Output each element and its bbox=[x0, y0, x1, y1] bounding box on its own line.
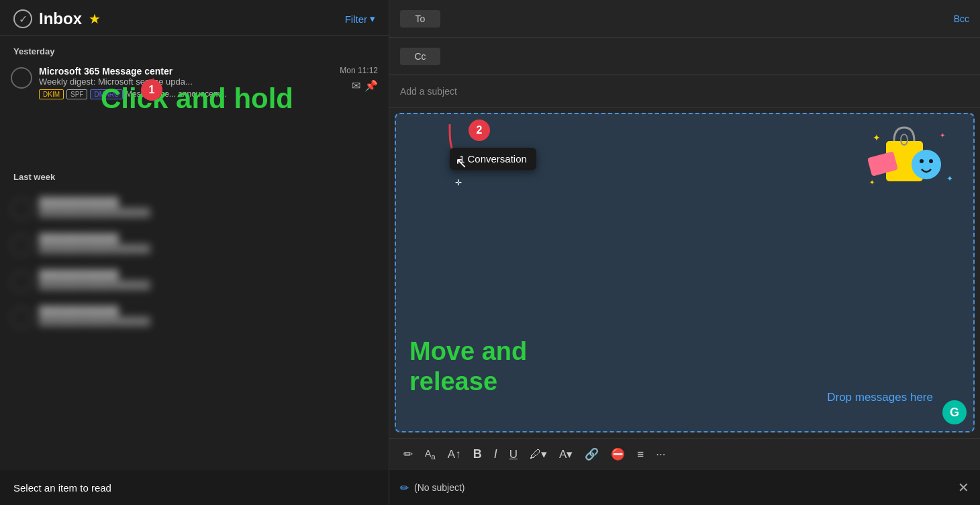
check-circle-icon[interactable]: ✓ bbox=[13, 9, 32, 28]
step-1-badge: 1 bbox=[141, 79, 162, 101]
inbox-title-row: ✓ Inbox ★ bbox=[13, 9, 101, 28]
move-release-text: Move and release bbox=[409, 336, 527, 398]
blurred-sender-3: ████████████ bbox=[39, 269, 378, 280]
tag-spf: SPF bbox=[66, 89, 87, 99]
blurred-email-1: ████████████ ██████████████████ bbox=[0, 190, 389, 226]
bold-btn[interactable]: B bbox=[470, 445, 485, 463]
email-content: ████████████ ██████████████████ bbox=[39, 197, 378, 218]
subject-placeholder: Add a subject bbox=[400, 86, 457, 97]
blurred-sender-4: ████████████ bbox=[39, 306, 378, 316]
strikethrough-btn[interactable]: ⛔ bbox=[607, 445, 628, 463]
blurred-subject-4: ██████████████████ bbox=[39, 316, 378, 326]
svg-text:✦: ✦ bbox=[946, 174, 953, 183]
svg-text:✦: ✦ bbox=[873, 132, 881, 143]
formatting-toolbar: ✏ Aa A↑ B I U 🖊▾ A▾ 🔗 ⛔ ≡ ··· bbox=[389, 438, 980, 470]
more-format-btn[interactable]: ··· bbox=[652, 446, 669, 463]
cc-button[interactable]: Cc bbox=[400, 48, 440, 65]
filter-button[interactable]: Filter ▾ bbox=[345, 13, 375, 25]
email-icon-envelope[interactable]: ✉ bbox=[352, 79, 360, 92]
section-yesterday: Yesterday bbox=[0, 41, 389, 59]
close-compose-button[interactable]: ✕ bbox=[958, 479, 969, 496]
email-time: Mon 11:12 bbox=[340, 66, 378, 75]
email-sender: Microsoft 365 Message center bbox=[39, 66, 324, 77]
to-button[interactable]: To bbox=[400, 10, 440, 28]
highlight-btn[interactable]: 🖊▾ bbox=[526, 445, 550, 463]
svg-text:✦: ✦ bbox=[940, 132, 945, 139]
font-size-small-btn[interactable]: Aa bbox=[422, 446, 439, 463]
status-bar: Select an item to read bbox=[0, 470, 389, 505]
avatar bbox=[11, 198, 32, 220]
font-color-btn[interactable]: A▾ bbox=[556, 445, 576, 463]
tag-dkim: DKIM bbox=[39, 89, 64, 99]
blurred-sender-2: ████████████ bbox=[39, 233, 378, 244]
drop-zone[interactable]: 2 ↖✛ 1 Conversation bbox=[395, 113, 975, 432]
star-icon[interactable]: ★ bbox=[89, 11, 101, 27]
cc-field: Cc bbox=[389, 38, 980, 75]
tag-dmarc: DMARC bbox=[90, 89, 123, 99]
list-btn[interactable]: ≡ bbox=[634, 446, 647, 463]
compose-status-inner: ✏ (No subject) bbox=[400, 481, 464, 494]
font-size-large-btn[interactable]: A↑ bbox=[444, 446, 464, 463]
email-content: ████████████ ██████████████████ bbox=[39, 269, 378, 290]
to-input[interactable] bbox=[440, 8, 954, 30]
svg-text:✦: ✦ bbox=[869, 179, 875, 186]
left-panel: ✓ Inbox ★ Filter ▾ Yesterday Microsoft 3… bbox=[0, 0, 389, 505]
to-field: To Bcc bbox=[389, 0, 980, 38]
email-meta: Mon 11:12 ✉ 📌 bbox=[331, 66, 378, 92]
step-2-badge: 2 bbox=[469, 120, 490, 141]
email-content: ████████████ ██████████████████ bbox=[39, 233, 378, 254]
compose-status-bar: ✏ (No subject) ✕ bbox=[389, 470, 980, 505]
email-item[interactable]: Microsoft 365 Message center Weekly dige… bbox=[0, 59, 389, 113]
conversation-tooltip: 1 Conversation bbox=[450, 148, 536, 170]
blurred-subject-3: ██████████████████ bbox=[39, 280, 378, 290]
drop-messages-text: Drop messages here bbox=[827, 391, 933, 404]
blurred-email-3: ████████████ ██████████████████ bbox=[0, 263, 389, 299]
sticker-illustration: ✦ ✦ ✦ ✦ bbox=[866, 121, 953, 200]
avatar bbox=[11, 234, 32, 256]
blurred-subject-2: ██████████████████ bbox=[39, 244, 378, 254]
no-subject-text: (No subject) bbox=[414, 482, 464, 493]
email-subject: Weekly digest: Microsoft service upda... bbox=[39, 77, 324, 87]
right-panel: To Bcc Cc Add a subject 2 bbox=[389, 0, 980, 505]
avatar bbox=[11, 67, 32, 89]
svg-point-3 bbox=[912, 150, 941, 179]
email-list: Yesterday Microsoft 365 Message center W… bbox=[0, 36, 389, 505]
g-avatar: G bbox=[942, 400, 967, 424]
email-icon-pin[interactable]: 📌 bbox=[364, 79, 378, 92]
avatar bbox=[11, 271, 32, 292]
italic-btn[interactable]: I bbox=[491, 445, 501, 463]
blurred-subject-1: ██████████████████ bbox=[39, 208, 378, 218]
email-icons: ✉ 📌 bbox=[352, 79, 378, 92]
blurred-email-4: ████████████ ██████████████████ bbox=[0, 299, 389, 335]
subject-field: Add a subject bbox=[389, 75, 980, 107]
pencil-icon: ✏ bbox=[400, 481, 409, 494]
inbox-title: Inbox bbox=[39, 9, 82, 28]
compose-area: To Bcc Cc Add a subject 2 bbox=[389, 0, 980, 505]
blurred-email-2: ████████████ ██████████████████ bbox=[0, 226, 389, 263]
bcc-button[interactable]: Bcc bbox=[954, 13, 969, 24]
email-content: Microsoft 365 Message center Weekly dige… bbox=[39, 66, 324, 99]
avatar bbox=[11, 307, 32, 328]
svg-point-5 bbox=[929, 159, 933, 163]
email-content: ████████████ ██████████████████ bbox=[39, 306, 378, 326]
cc-input[interactable] bbox=[440, 46, 969, 67]
inbox-header: ✓ Inbox ★ Filter ▾ bbox=[0, 0, 389, 36]
underline-btn[interactable]: U bbox=[506, 446, 521, 463]
format-clear-btn[interactable]: ✏ bbox=[400, 445, 416, 463]
select-item-text: Select an item to read bbox=[0, 482, 125, 494]
link-btn[interactable]: 🔗 bbox=[581, 445, 602, 463]
section-last-week: Last week bbox=[0, 167, 389, 185]
svg-point-4 bbox=[920, 159, 924, 163]
blurred-sender-1: ████████████ bbox=[39, 197, 378, 208]
email-tags: DKIM SPF DMARC Message ce... announcem..… bbox=[39, 89, 324, 99]
